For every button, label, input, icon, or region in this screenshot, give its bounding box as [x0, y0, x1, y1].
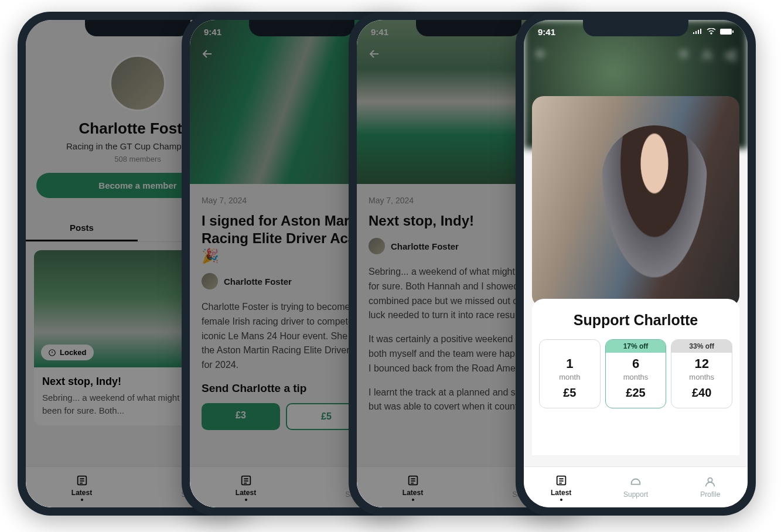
nav-support-label: Support [623, 490, 648, 499]
news-icon [240, 474, 253, 487]
author-name: Charlotte Foster [224, 277, 292, 287]
nav-latest[interactable]: Latest [524, 467, 598, 507]
back-button[interactable] [200, 47, 214, 64]
nav-latest-label: Latest [551, 489, 571, 497]
tab-posts[interactable]: Posts [26, 216, 138, 241]
svg-point-10 [705, 52, 709, 56]
back-button[interactable] [534, 47, 548, 64]
plan-1-month[interactable]: 1 month £5 [539, 339, 601, 408]
news-icon [407, 474, 420, 487]
nav-dot [560, 499, 562, 501]
profile-icon [704, 476, 717, 489]
nav-support[interactable]: Support [598, 467, 673, 507]
plan-unit: months [608, 373, 664, 381]
nav-dot [245, 499, 247, 501]
lock-icon [48, 349, 56, 357]
helmet-icon [629, 476, 642, 489]
phone-notch [416, 20, 521, 36]
battery-icon [719, 28, 734, 35]
plan-duration: 6 [608, 356, 664, 371]
tip-button-3[interactable]: £3 [202, 403, 280, 430]
svg-point-13 [732, 57, 735, 60]
news-icon [76, 474, 88, 487]
nav-profile-label: Profile [700, 490, 720, 499]
svg-point-11 [726, 54, 729, 57]
plan-unit: month [542, 373, 598, 381]
bottom-nav: Latest Support Profile [524, 466, 748, 507]
support-card: Support Charlotte 1 month £5 17% off 6 m… [532, 299, 739, 455]
nav-latest[interactable]: Latest [357, 467, 469, 507]
arrow-left-icon [534, 47, 548, 61]
plan-duration: 1 [542, 356, 598, 371]
nav-latest-label: Latest [71, 489, 92, 497]
phone-notch [85, 20, 190, 36]
applaud-icon[interactable] [677, 49, 690, 62]
plan-duration: 12 [674, 356, 729, 371]
nav-latest-label: Latest [403, 489, 423, 497]
signal-icon [693, 28, 703, 35]
share-icon[interactable] [724, 49, 737, 62]
nav-latest-label: Latest [236, 489, 256, 497]
nav-latest[interactable]: Latest [190, 467, 302, 507]
status-icons [693, 28, 734, 35]
nav-latest[interactable]: Latest [26, 467, 138, 507]
svg-point-12 [732, 51, 735, 54]
locked-badge: Locked [41, 345, 94, 360]
plan-12-months[interactable]: 33% off 12 months £40 [671, 339, 732, 408]
profile-avatar[interactable] [110, 55, 166, 111]
plan-unit: months [674, 373, 729, 381]
nav-dot [81, 499, 83, 501]
svg-rect-8 [720, 29, 732, 35]
nav-profile[interactable]: Profile [673, 467, 748, 507]
wifi-icon [707, 28, 716, 35]
phone-notch [583, 20, 688, 36]
phone-notch [249, 20, 354, 36]
discount-badge: 33% off [671, 340, 732, 353]
back-button[interactable] [367, 47, 381, 64]
phone-mockup-4: 9:41 Support Charlotte [516, 12, 756, 516]
nav-dot [412, 499, 414, 501]
author-name: Charlotte Foster [391, 241, 459, 251]
status-time: 9:41 [371, 27, 388, 37]
author-avatar [202, 273, 218, 289]
user-icon[interactable] [701, 49, 714, 62]
plan-price: £5 [542, 386, 598, 400]
discount-badge: 17% off [606, 340, 666, 353]
plan-price: £40 [674, 386, 729, 400]
locked-label: Locked [60, 348, 87, 357]
plan-6-months[interactable]: 17% off 6 months £25 [605, 339, 667, 408]
author-avatar [369, 238, 385, 254]
plan-price: £25 [608, 386, 664, 400]
arrow-left-icon [367, 47, 381, 61]
status-time: 9:41 [538, 27, 555, 37]
svg-rect-9 [732, 30, 734, 33]
arrow-left-icon [200, 47, 214, 61]
status-time: 9:41 [204, 27, 221, 37]
news-icon [555, 474, 568, 487]
svg-point-15 [708, 478, 712, 482]
support-title: Support Charlotte [539, 312, 732, 329]
hero-photo [532, 96, 739, 307]
